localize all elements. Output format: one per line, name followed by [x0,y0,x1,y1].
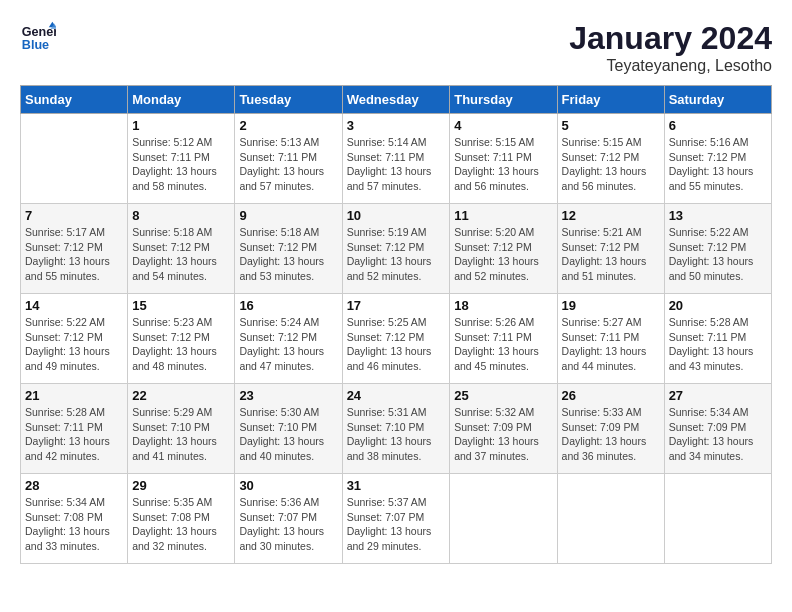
day-info: Sunrise: 5:31 AMSunset: 7:10 PMDaylight:… [347,405,446,464]
location-title: Teyateyaneng, Lesotho [569,57,772,75]
col-wednesday: Wednesday [342,86,450,114]
week-row-2: 7Sunrise: 5:17 AMSunset: 7:12 PMDaylight… [21,204,772,294]
day-info: Sunrise: 5:28 AMSunset: 7:11 PMDaylight:… [25,405,123,464]
day-info: Sunrise: 5:27 AMSunset: 7:11 PMDaylight:… [562,315,660,374]
day-number: 29 [132,478,230,493]
day-info: Sunrise: 5:32 AMSunset: 7:09 PMDaylight:… [454,405,552,464]
month-title: January 2024 [569,20,772,57]
day-number: 25 [454,388,552,403]
day-number: 22 [132,388,230,403]
day-number: 21 [25,388,123,403]
svg-text:Blue: Blue [22,38,49,52]
day-info: Sunrise: 5:23 AMSunset: 7:12 PMDaylight:… [132,315,230,374]
day-number: 8 [132,208,230,223]
day-cell: 7Sunrise: 5:17 AMSunset: 7:12 PMDaylight… [21,204,128,294]
day-cell: 25Sunrise: 5:32 AMSunset: 7:09 PMDayligh… [450,384,557,474]
day-info: Sunrise: 5:14 AMSunset: 7:11 PMDaylight:… [347,135,446,194]
day-info: Sunrise: 5:17 AMSunset: 7:12 PMDaylight:… [25,225,123,284]
day-cell: 19Sunrise: 5:27 AMSunset: 7:11 PMDayligh… [557,294,664,384]
day-cell: 17Sunrise: 5:25 AMSunset: 7:12 PMDayligh… [342,294,450,384]
day-info: Sunrise: 5:28 AMSunset: 7:11 PMDaylight:… [669,315,767,374]
col-monday: Monday [128,86,235,114]
day-info: Sunrise: 5:22 AMSunset: 7:12 PMDaylight:… [669,225,767,284]
week-row-4: 21Sunrise: 5:28 AMSunset: 7:11 PMDayligh… [21,384,772,474]
day-cell: 3Sunrise: 5:14 AMSunset: 7:11 PMDaylight… [342,114,450,204]
day-cell: 29Sunrise: 5:35 AMSunset: 7:08 PMDayligh… [128,474,235,564]
day-cell [450,474,557,564]
day-cell: 1Sunrise: 5:12 AMSunset: 7:11 PMDaylight… [128,114,235,204]
day-info: Sunrise: 5:30 AMSunset: 7:10 PMDaylight:… [239,405,337,464]
day-info: Sunrise: 5:15 AMSunset: 7:12 PMDaylight:… [562,135,660,194]
day-info: Sunrise: 5:16 AMSunset: 7:12 PMDaylight:… [669,135,767,194]
day-number: 18 [454,298,552,313]
day-info: Sunrise: 5:13 AMSunset: 7:11 PMDaylight:… [239,135,337,194]
day-number: 20 [669,298,767,313]
day-cell: 10Sunrise: 5:19 AMSunset: 7:12 PMDayligh… [342,204,450,294]
day-number: 23 [239,388,337,403]
day-cell: 5Sunrise: 5:15 AMSunset: 7:12 PMDaylight… [557,114,664,204]
day-info: Sunrise: 5:26 AMSunset: 7:11 PMDaylight:… [454,315,552,374]
title-block: January 2024 Teyateyaneng, Lesotho [569,20,772,75]
day-number: 1 [132,118,230,133]
day-info: Sunrise: 5:35 AMSunset: 7:08 PMDaylight:… [132,495,230,554]
day-cell: 12Sunrise: 5:21 AMSunset: 7:12 PMDayligh… [557,204,664,294]
week-row-3: 14Sunrise: 5:22 AMSunset: 7:12 PMDayligh… [21,294,772,384]
day-info: Sunrise: 5:22 AMSunset: 7:12 PMDaylight:… [25,315,123,374]
day-cell: 9Sunrise: 5:18 AMSunset: 7:12 PMDaylight… [235,204,342,294]
day-info: Sunrise: 5:33 AMSunset: 7:09 PMDaylight:… [562,405,660,464]
day-cell: 14Sunrise: 5:22 AMSunset: 7:12 PMDayligh… [21,294,128,384]
day-info: Sunrise: 5:36 AMSunset: 7:07 PMDaylight:… [239,495,337,554]
day-info: Sunrise: 5:34 AMSunset: 7:09 PMDaylight:… [669,405,767,464]
day-info: Sunrise: 5:19 AMSunset: 7:12 PMDaylight:… [347,225,446,284]
col-friday: Friday [557,86,664,114]
day-info: Sunrise: 5:21 AMSunset: 7:12 PMDaylight:… [562,225,660,284]
day-cell: 2Sunrise: 5:13 AMSunset: 7:11 PMDaylight… [235,114,342,204]
day-cell: 8Sunrise: 5:18 AMSunset: 7:12 PMDaylight… [128,204,235,294]
day-cell: 18Sunrise: 5:26 AMSunset: 7:11 PMDayligh… [450,294,557,384]
day-cell: 22Sunrise: 5:29 AMSunset: 7:10 PMDayligh… [128,384,235,474]
calendar-table: Sunday Monday Tuesday Wednesday Thursday… [20,85,772,564]
day-info: Sunrise: 5:18 AMSunset: 7:12 PMDaylight:… [132,225,230,284]
day-cell: 23Sunrise: 5:30 AMSunset: 7:10 PMDayligh… [235,384,342,474]
day-cell [21,114,128,204]
day-number: 2 [239,118,337,133]
day-cell: 26Sunrise: 5:33 AMSunset: 7:09 PMDayligh… [557,384,664,474]
day-info: Sunrise: 5:34 AMSunset: 7:08 PMDaylight:… [25,495,123,554]
day-cell: 13Sunrise: 5:22 AMSunset: 7:12 PMDayligh… [664,204,771,294]
week-row-1: 1Sunrise: 5:12 AMSunset: 7:11 PMDaylight… [21,114,772,204]
day-number: 5 [562,118,660,133]
day-cell: 20Sunrise: 5:28 AMSunset: 7:11 PMDayligh… [664,294,771,384]
week-row-5: 28Sunrise: 5:34 AMSunset: 7:08 PMDayligh… [21,474,772,564]
day-cell [664,474,771,564]
day-cell: 6Sunrise: 5:16 AMSunset: 7:12 PMDaylight… [664,114,771,204]
day-info: Sunrise: 5:12 AMSunset: 7:11 PMDaylight:… [132,135,230,194]
day-number: 4 [454,118,552,133]
day-cell [557,474,664,564]
col-sunday: Sunday [21,86,128,114]
col-tuesday: Tuesday [235,86,342,114]
day-cell: 27Sunrise: 5:34 AMSunset: 7:09 PMDayligh… [664,384,771,474]
day-cell: 31Sunrise: 5:37 AMSunset: 7:07 PMDayligh… [342,474,450,564]
day-number: 3 [347,118,446,133]
day-number: 11 [454,208,552,223]
day-cell: 15Sunrise: 5:23 AMSunset: 7:12 PMDayligh… [128,294,235,384]
day-number: 12 [562,208,660,223]
day-cell: 16Sunrise: 5:24 AMSunset: 7:12 PMDayligh… [235,294,342,384]
col-thursday: Thursday [450,86,557,114]
logo-icon: General Blue [20,20,56,56]
day-info: Sunrise: 5:15 AMSunset: 7:11 PMDaylight:… [454,135,552,194]
logo: General Blue [20,20,56,56]
day-number: 19 [562,298,660,313]
day-number: 9 [239,208,337,223]
day-info: Sunrise: 5:20 AMSunset: 7:12 PMDaylight:… [454,225,552,284]
day-number: 24 [347,388,446,403]
day-number: 31 [347,478,446,493]
day-number: 17 [347,298,446,313]
day-number: 15 [132,298,230,313]
day-number: 27 [669,388,767,403]
day-number: 6 [669,118,767,133]
day-cell: 30Sunrise: 5:36 AMSunset: 7:07 PMDayligh… [235,474,342,564]
day-info: Sunrise: 5:25 AMSunset: 7:12 PMDaylight:… [347,315,446,374]
page-header: General Blue January 2024 Teyateyaneng, … [20,20,772,75]
day-info: Sunrise: 5:37 AMSunset: 7:07 PMDaylight:… [347,495,446,554]
